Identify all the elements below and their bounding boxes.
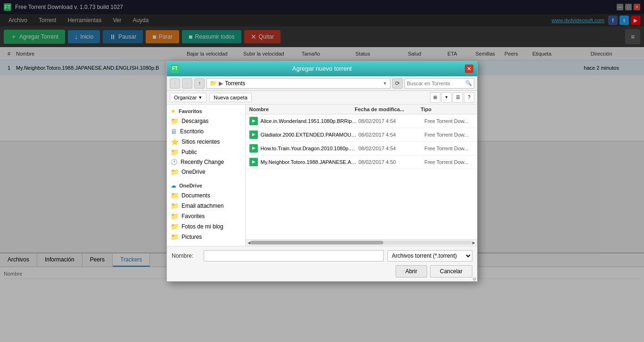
- file-icon-1: ▶: [249, 130, 258, 139]
- file-name-0: Alice.in.Wonderland.1951.1080p.BRRip.x2.…: [261, 118, 359, 124]
- files-header: Nombre Fecha de modifica... Tipo: [246, 105, 477, 114]
- dialog-toolbar: Organizar ▼ Nueva carpeta ⊞ ▼ ☰ ?: [167, 91, 477, 105]
- files-list: ▶ Alice.in.Wonderland.1951.1080p.BRRip.x…: [246, 114, 477, 142]
- file-date-1: 08/02/2017 4:54: [358, 132, 424, 138]
- view-buttons: ⊞ ▼ ☰ ?: [430, 92, 474, 103]
- sidebar-item-escritorio[interactable]: 🖥 Escritorio: [167, 126, 245, 137]
- file-name-1: Gladiator.2000.EXTENDED.PARAMOUNT....: [261, 132, 359, 138]
- file-col-name: Nombre: [249, 106, 355, 112]
- nav-up-button[interactable]: ↑: [194, 78, 205, 89]
- details-button[interactable]: ☰: [453, 92, 463, 103]
- search-box: 🔍: [405, 78, 474, 89]
- breadcrumb-path: Torrents: [225, 80, 245, 87]
- folder-icon-sitios: ⭐: [171, 138, 179, 142]
- folder-icon-descargas: 📁: [171, 117, 179, 125]
- dialog-titlebar: FT Agregar nuevo torrent ✕: [167, 61, 477, 76]
- file-date-0: 08/02/2017 4:54: [358, 118, 424, 124]
- grid-view-button[interactable]: ⊞: [430, 92, 440, 103]
- dialog-icon: FT: [171, 65, 179, 73]
- breadcrumb-dropdown-icon[interactable]: ▼: [383, 81, 387, 86]
- file-col-date: Fecha de modifica...: [355, 106, 421, 112]
- dialog-close-button[interactable]: ✕: [465, 65, 473, 73]
- sidebar-item-descargas[interactable]: 📁 Descargas: [167, 116, 245, 126]
- star-icon: ★: [171, 108, 176, 114]
- organize-button[interactable]: Organizar ▼: [170, 93, 206, 102]
- favorites-section: ★ Favoritos 📁 Descargas 🖥 Escritorio ⭐ S…: [167, 105, 245, 142]
- dialog-title: Agregar nuevo torrent: [179, 65, 465, 72]
- file-icon-0: ▶: [249, 117, 258, 125]
- search-input[interactable]: [407, 81, 463, 86]
- file-col-type: Tipo: [421, 106, 473, 112]
- dialog-nav: ‹ › ↑ 📁 ▶ Torrents ▼ ⟳ 🔍: [167, 76, 477, 91]
- add-torrent-dialog: FT Agregar nuevo torrent ✕ ‹ › ↑ 📁 ▶ Tor…: [166, 61, 478, 142]
- nav-back-button[interactable]: ‹: [170, 78, 180, 89]
- dialog-overlay: FT Agregar nuevo torrent ✕ ‹ › ↑ 📁 ▶ Tor…: [0, 0, 644, 141]
- help-button[interactable]: ?: [464, 92, 474, 103]
- file-type-0: Free Torrent Dow...: [424, 118, 473, 124]
- breadcrumb-arrow: ▶: [219, 80, 223, 87]
- file-row-0[interactable]: ▶ Alice.in.Wonderland.1951.1080p.BRRip.x…: [246, 114, 477, 128]
- sidebar-item-sitios-recientes[interactable]: ⭐ Sitios recientes: [167, 137, 245, 142]
- breadcrumb-folder-icon: 📁: [210, 80, 217, 87]
- organize-dropdown-icon: ▼: [198, 95, 202, 100]
- view-dropdown-button[interactable]: ▼: [441, 92, 452, 103]
- file-row-1[interactable]: ▶ Gladiator.2000.EXTENDED.PARAMOUNT.... …: [246, 128, 477, 142]
- refresh-button[interactable]: ⟳: [392, 78, 403, 89]
- breadcrumb: 📁 ▶ Torrents ▼: [206, 78, 390, 89]
- new-folder-button[interactable]: Nueva carpeta: [209, 93, 252, 102]
- folder-icon-escritorio: 🖥: [171, 128, 177, 135]
- dialog-files-pane: Nombre Fecha de modifica... Tipo ▶ Alice…: [246, 105, 477, 142]
- dialog-sidebar: ★ Favoritos 📁 Descargas 🖥 Escritorio ⭐ S…: [167, 105, 246, 142]
- sidebar-favorites-header: ★ Favoritos: [167, 106, 245, 116]
- file-type-1: Free Torrent Dow...: [424, 132, 473, 138]
- search-icon: 🔍: [465, 80, 472, 86]
- nav-forward-button[interactable]: ›: [182, 78, 192, 89]
- dialog-body: ★ Favoritos 📁 Descargas 🖥 Escritorio ⭐ S…: [167, 105, 477, 142]
